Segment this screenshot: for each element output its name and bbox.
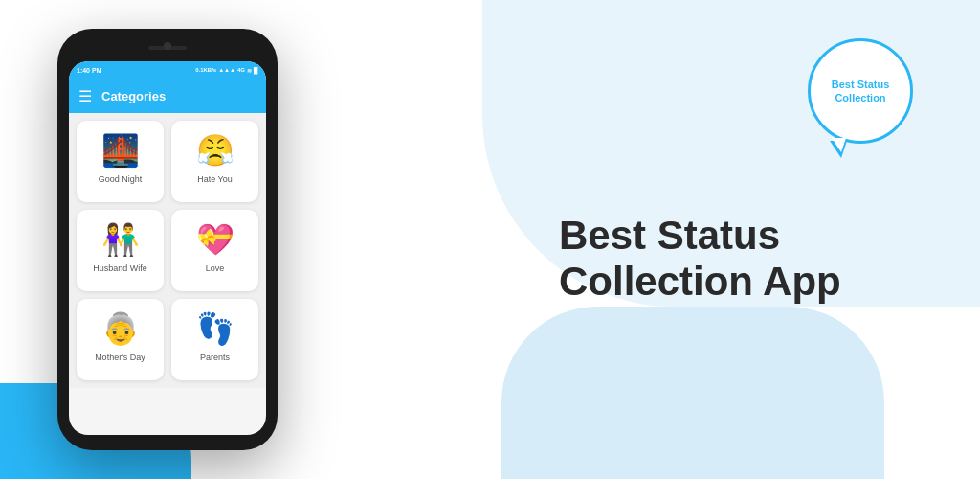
phone-body: 1:40 PM 0.1KB/s ▲▲▲ 4G ≋ ▉ ☰ Categories … (57, 29, 278, 450)
parents-label: Parents (200, 353, 230, 362)
hamburger-icon[interactable]: ☰ (78, 87, 92, 105)
mothers-day-label: Mother's Day (95, 353, 145, 362)
good-night-label: Good Night (99, 174, 143, 184)
category-card-parents[interactable]: 👣 Parents (171, 299, 258, 380)
app-bar: ☰ Categories (69, 79, 266, 113)
phone-notch (69, 40, 266, 57)
hate-you-label: Hate You (197, 174, 233, 184)
parents-emoji: 👣 (196, 310, 234, 347)
category-card-hate-you[interactable]: 😤 Hate You (171, 121, 258, 202)
mothers-day-emoji: 👵 (101, 310, 140, 347)
main-title: Best Status Collection App (559, 213, 841, 306)
network-info: 0.1KB/s (195, 67, 216, 73)
good-night-emoji: 🌉 (101, 132, 140, 169)
husband-wife-label: Husband Wife (93, 263, 147, 273)
speech-bubble: Best Status Collection (808, 38, 913, 144)
category-card-mothers-day[interactable]: 👵 Mother's Day (77, 299, 164, 380)
app-bar-title: Categories (101, 89, 166, 103)
phone-mockup: 1:40 PM 0.1KB/s ▲▲▲ 4G ≋ ▉ ☰ Categories … (57, 29, 278, 450)
love-emoji: 💝 (196, 221, 234, 258)
main-title-line1: Best Status (559, 213, 841, 259)
wifi-icon: ≋ (247, 67, 252, 74)
network-type: 4G (237, 67, 245, 73)
status-right: 0.1KB/s ▲▲▲ 4G ≋ ▉ (195, 67, 258, 74)
status-bar: 1:40 PM 0.1KB/s ▲▲▲ 4G ≋ ▉ (69, 61, 266, 79)
category-card-love[interactable]: 💝 Love (171, 210, 258, 291)
category-card-good-night[interactable]: 🌉 Good Night (77, 121, 164, 202)
signal-indicator: ▲▲▲ (218, 67, 235, 73)
speech-bubble-text: Best Status Collection (811, 78, 910, 105)
main-title-line2: Collection App (559, 259, 841, 305)
categories-grid: 🌉 Good Night 😤 Hate You 👫 Husband Wife 💝… (69, 113, 266, 388)
category-card-husband-wife[interactable]: 👫 Husband Wife (77, 210, 164, 291)
husband-wife-emoji: 👫 (101, 221, 140, 258)
phone-screen: 1:40 PM 0.1KB/s ▲▲▲ 4G ≋ ▉ ☰ Categories … (69, 61, 266, 435)
battery-icon: ▉ (254, 67, 258, 74)
right-content: Best Status Collection Best Status Colle… (521, 0, 942, 479)
love-label: Love (206, 263, 225, 273)
hate-you-emoji: 😤 (196, 132, 234, 169)
phone-camera (164, 42, 171, 50)
status-time: 1:40 PM (77, 67, 101, 74)
